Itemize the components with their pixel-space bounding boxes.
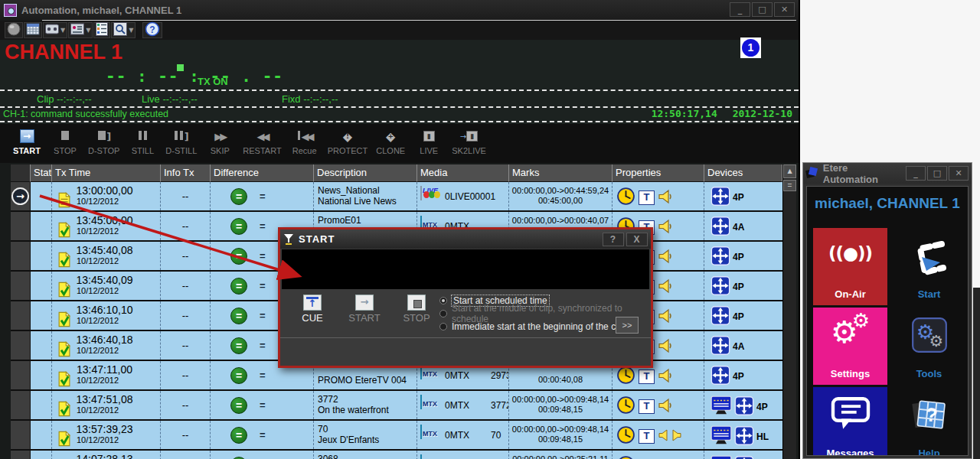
tx-status-label: TX ON — [198, 76, 228, 87]
close-button[interactable]: ✕ — [774, 2, 795, 17]
row-selector[interactable]: → — [11, 182, 31, 210]
clone-transport-button[interactable]: ◆+CLONE — [371, 129, 410, 155]
column-header-selector[interactable] — [11, 164, 31, 182]
dialog-help-button[interactable]: ? — [603, 233, 624, 246]
description-line1: 3068 — [318, 454, 338, 459]
row-selector[interactable] — [11, 272, 31, 300]
row-selector[interactable] — [11, 451, 31, 459]
panel-close-button[interactable]: ✕ — [949, 166, 969, 181]
column-header-status[interactable]: Status — [31, 164, 52, 182]
devices-cell: 4P — [704, 301, 782, 330]
info-tx-cell: -- — [161, 451, 211, 459]
protect-transport-button[interactable]: ◆!PROTECT — [324, 129, 372, 155]
playlist-icon — [96, 22, 108, 39]
chevron-down-icon[interactable]: ▼ — [86, 27, 90, 34]
panel-minimize-button[interactable]: _ — [906, 166, 926, 181]
tile-messages[interactable]: Messages — [813, 387, 887, 456]
mtx-media-icon: MTX — [420, 425, 422, 439]
column-header-devices[interactable]: Devices — [704, 164, 782, 182]
tile-tools[interactable]: ⚙⚙Tools — [890, 308, 969, 385]
scroll-up-icon[interactable]: ▲ — [783, 164, 796, 178]
sphere-toolbar-button[interactable] — [5, 22, 23, 38]
marks-cell: 00:00:00,00->00:09:48,1400:09:48,15 — [509, 421, 612, 449]
chevron-down-icon[interactable]: ▼ — [60, 27, 65, 34]
d-stop-transport-button[interactable]: ]D-STOP — [84, 129, 123, 155]
cue-dialog-button[interactable]: CUE — [292, 295, 332, 337]
audio-speaker-icon — [658, 338, 674, 356]
clip-ready-check-icon — [58, 311, 70, 330]
search-toolbar-button[interactable]: ▼ — [111, 22, 136, 38]
on-time-status-icon: = — [230, 337, 247, 354]
more-options-button[interactable]: >> — [616, 317, 639, 334]
tile-on-air[interactable]: ((●))On-Air — [813, 228, 887, 305]
recue-transport-button[interactable]: ◀◀Recue — [286, 129, 324, 155]
radio-button-icon[interactable] — [439, 323, 447, 330]
workorder-toolbar-button[interactable]: ▼ — [68, 22, 93, 38]
column-header-properties[interactable]: Properties — [612, 164, 704, 182]
radio-button-icon[interactable] — [439, 297, 447, 304]
d-still-transport-button[interactable]: ]D-STILL — [162, 129, 201, 155]
dialog-button-label: START — [348, 312, 380, 324]
tile-settings[interactable]: ⚙⚙Settings — [813, 308, 887, 385]
dialog-close-button[interactable]: X — [626, 233, 648, 246]
title-property-icon: T — [639, 429, 655, 444]
media-cell: MTX0MTX3772 — [417, 391, 509, 419]
skip-transport-button[interactable]: ▶▶SKIP — [201, 129, 239, 155]
tile-label: On-Air — [813, 288, 887, 300]
row-selector[interactable] — [11, 361, 31, 389]
tape-toolbar-button[interactable]: ▼ — [43, 22, 67, 38]
dialog-controls: CUESTARTSTOP Start at scheduled timeStar… — [280, 289, 651, 338]
row-selector[interactable] — [11, 331, 31, 360]
tile-label: Tools — [890, 368, 969, 379]
tile-start[interactable]: Start — [890, 228, 969, 305]
window-title: Automation, michael, CHANNEL 1 — [21, 5, 181, 16]
playlist-toolbar-button[interactable] — [93, 22, 110, 38]
stop-transport-button[interactable]: STOP — [46, 129, 84, 155]
audio-speaker-icon — [658, 278, 674, 297]
devices-cell: 4A — [704, 331, 782, 360]
schedule-toolbar-button[interactable] — [24, 22, 42, 38]
playlist-row[interactable]: →13:00:00,0010/12/2012--==News_NationalN… — [11, 182, 782, 212]
channel-status-area: CHANNEL 1 1 -- : -- : -- . -- TX ON Clip… — [0, 40, 799, 124]
transport-label: LIVE — [413, 146, 444, 155]
scroll-thumb[interactable]: = — [783, 180, 796, 191]
transport-label: D-STILL — [165, 146, 197, 155]
row-selector[interactable] — [11, 301, 31, 330]
chevron-down-icon[interactable]: ▼ — [129, 27, 133, 34]
tx-date: 10/12/2012 — [77, 405, 119, 415]
playlist-row[interactable]: 13:47:51,0810/12/2012--==3772On the wate… — [11, 391, 782, 421]
playlist-row[interactable]: 13:57:39,2310/12/2012--==70Jeux D'Enfant… — [11, 421, 782, 451]
title-bar: Automation, michael, CHANNEL 1 _ □ ✕ — [0, 0, 799, 20]
maximize-button[interactable]: □ — [752, 2, 773, 17]
stop-dialog-button[interactable]: STOP — [397, 295, 436, 337]
help-toolbar-button[interactable]: ? — [142, 22, 162, 38]
column-header-difference[interactable]: Difference — [211, 164, 314, 182]
row-selector[interactable] — [11, 212, 31, 240]
radio-button-icon[interactable] — [439, 310, 447, 317]
on-time-status-icon: = — [230, 427, 247, 444]
info-tx-cell: -- — [161, 421, 211, 449]
audio-speaker-icon — [658, 398, 674, 416]
row-selector[interactable] — [11, 421, 31, 449]
column-header-media[interactable]: Media — [417, 164, 509, 182]
sk2live-transport-button[interactable]: →▮SK2LIVE — [448, 129, 490, 155]
column-header-info-tx[interactable]: Info Tx — [161, 164, 211, 182]
column-header-description[interactable]: Description — [314, 164, 417, 182]
start-dialog-button[interactable]: START — [345, 295, 384, 337]
search-icon — [113, 22, 127, 39]
restart-transport-button[interactable]: ◀◀RESTART — [239, 129, 285, 155]
tile-help[interactable]: ?Help — [890, 387, 969, 456]
still-transport-button[interactable]: STILL — [123, 129, 162, 155]
column-header-marks[interactable]: Marks — [509, 164, 612, 182]
row-selector[interactable] — [11, 242, 31, 270]
info-tx-value: -- — [161, 429, 210, 441]
column-header-tx-time[interactable]: Tx Time — [52, 164, 161, 182]
start-transport-button[interactable]: →START — [8, 129, 46, 155]
row-selector[interactable] — [11, 391, 31, 419]
playlist-row[interactable]: 14:07:28,13--==3068MTX00:00:00,00->00:25… — [11, 451, 782, 459]
table-scrollbar[interactable]: ▲ = — [782, 164, 796, 459]
live-transport-button[interactable]: ▮LIVE — [410, 129, 448, 155]
audio-speaker-icon — [658, 249, 674, 267]
panel-maximize-button[interactable]: □ — [927, 166, 947, 181]
minimize-button[interactable]: _ — [730, 2, 750, 17]
